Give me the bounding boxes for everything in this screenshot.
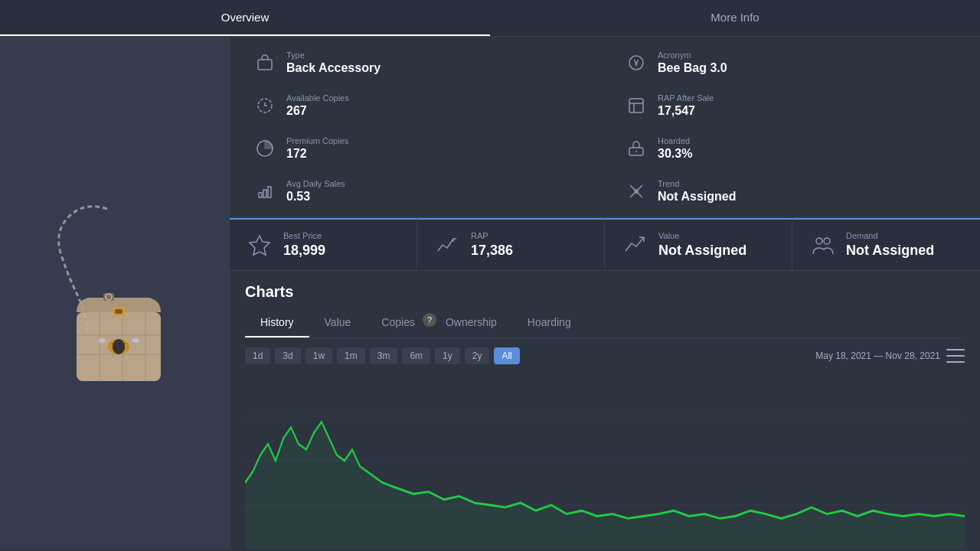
- filter-all[interactable]: All: [494, 347, 519, 364]
- svg-rect-7: [115, 309, 122, 314]
- trend-info: Trend Not Assigned: [624, 173, 965, 210]
- item-image-panel: [0, 37, 230, 549]
- value-text: Value Not Assigned: [658, 231, 746, 259]
- tab-more-info[interactable]: More Info: [490, 0, 980, 36]
- filter-1m[interactable]: 1m: [337, 347, 365, 364]
- chart-tab-value[interactable]: Value: [309, 308, 367, 337]
- filter-3d[interactable]: 3d: [275, 347, 300, 364]
- rap-label: RAP: [471, 231, 513, 240]
- date-range: May 18, 2021 — Nov 28, 2021: [815, 349, 965, 363]
- available-copies-label: Available Copies: [286, 93, 349, 103]
- svg-rect-14: [113, 343, 125, 345]
- rap-after-sale-icon: [624, 93, 648, 118]
- tab-overview[interactable]: Overview: [0, 0, 490, 36]
- svg-rect-27: [263, 190, 266, 197]
- value-icon: [620, 230, 649, 259]
- available-copies-icon: [253, 93, 277, 118]
- right-panel: Type Back Accessory Acronym Bee Bag 3.0: [230, 37, 980, 549]
- avg-daily-sales-icon: [253, 179, 277, 204]
- available-copies-info: Available Copies 267: [253, 87, 593, 124]
- svg-rect-28: [268, 187, 271, 197]
- trend-label: Trend: [658, 179, 737, 188]
- value-value: Not Assigned: [658, 243, 746, 259]
- filter-1y[interactable]: 1y: [435, 347, 460, 364]
- svg-point-13: [132, 338, 139, 343]
- charts-title: Charts: [245, 283, 965, 301]
- svg-point-9: [113, 339, 125, 354]
- chart-tab-copies[interactable]: Copies ?: [366, 308, 430, 337]
- premium-copies-text: Premium Copies 172: [286, 136, 348, 161]
- acronym-info: Acronym Bee Bag 3.0: [624, 44, 965, 81]
- available-copies-text: Available Copies 267: [286, 93, 349, 118]
- item-image: [38, 194, 191, 393]
- svg-rect-18: [258, 60, 272, 70]
- top-tabs-bar: Overview More Info: [0, 0, 980, 37]
- type-text: Type Back Accessory: [286, 51, 381, 75]
- avg-daily-sales-text: Avg Daily Sales 0.53: [286, 179, 345, 204]
- svg-marker-32: [250, 236, 270, 255]
- svg-marker-42: [245, 422, 965, 549]
- chart-tabs: History Value Copies ? Ownership Hoardin…: [245, 308, 965, 338]
- filter-6m[interactable]: 6m: [402, 347, 430, 364]
- type-label: Type: [286, 51, 381, 60]
- hoarded-value: 30.3%: [658, 147, 692, 161]
- premium-copies-icon: [253, 136, 277, 161]
- chart-area: [245, 372, 965, 549]
- hoarded-label: Hoarded: [658, 136, 692, 145]
- history-chart: [245, 372, 965, 549]
- acronym-value: Bee Bag 3.0: [658, 61, 727, 75]
- svg-rect-21: [629, 99, 643, 112]
- best-price-label: Best Price: [283, 231, 325, 240]
- type-icon: [253, 51, 277, 75]
- rap-icon: [433, 230, 462, 259]
- filter-3m[interactable]: 3m: [370, 347, 398, 364]
- type-value: Back Accessory: [286, 61, 381, 75]
- svg-rect-26: [259, 193, 262, 197]
- charts-section: Charts History Value Copies ? Ownership …: [230, 271, 980, 549]
- acronym-icon: [624, 51, 648, 75]
- time-filters: 1d 3d 1w 1m 3m 6m 1y 2y All May 18, 2021…: [245, 347, 965, 364]
- date-range-text: May 18, 2021 — Nov 28, 2021: [815, 350, 940, 361]
- svg-point-19: [629, 56, 643, 70]
- rap-after-sale-info: RAP After Sale 17,547: [624, 87, 965, 124]
- avg-daily-sales-value: 0.53: [286, 190, 345, 204]
- chart-menu-icon[interactable]: [946, 349, 965, 363]
- rap-value: 17,386: [471, 243, 513, 259]
- available-copies-value: 267: [286, 104, 349, 118]
- rap-after-sale-text: RAP After Sale 17,547: [658, 93, 714, 118]
- type-info: Type Back Accessory: [253, 44, 593, 81]
- rap-after-sale-label: RAP After Sale: [658, 93, 714, 103]
- premium-copies-info: Premium Copies 172: [253, 130, 593, 167]
- overview-section: Type Back Accessory Acronym Bee Bag 3.0: [230, 37, 980, 218]
- hoarded-text: Hoarded 30.3%: [658, 136, 692, 161]
- hoarded-icon: [624, 136, 648, 161]
- best-price-icon: [245, 230, 274, 259]
- svg-rect-15: [113, 347, 125, 350]
- main-content: Type Back Accessory Acronym Bee Bag 3.0: [0, 37, 980, 549]
- best-price-card: Best Price 18,999: [230, 218, 417, 270]
- trend-text: Trend Not Assigned: [658, 179, 737, 204]
- svg-point-31: [635, 190, 638, 193]
- svg-point-12: [98, 338, 106, 343]
- demand-card: Demand Not Assigned: [792, 218, 980, 270]
- filter-2y[interactable]: 2y: [465, 347, 490, 364]
- rap-card: RAP 17,386: [417, 218, 605, 270]
- premium-copies-value: 172: [286, 147, 348, 161]
- filter-1w[interactable]: 1w: [305, 347, 332, 364]
- value-card: Value Not Assigned: [605, 218, 792, 270]
- acronym-text: Acronym Bee Bag 3.0: [658, 51, 727, 75]
- demand-icon: [808, 230, 837, 259]
- acronym-label: Acronym: [658, 51, 727, 60]
- demand-text: Demand Not Assigned: [846, 231, 934, 259]
- best-price-value: 18,999: [283, 243, 325, 259]
- avg-daily-sales-info: Avg Daily Sales 0.53: [253, 173, 593, 210]
- svg-point-37: [816, 238, 822, 244]
- filter-1d[interactable]: 1d: [245, 347, 270, 364]
- rap-text: RAP 17,386: [471, 231, 513, 259]
- chart-tab-hoarding[interactable]: Hoarding: [512, 308, 586, 337]
- value-label: Value: [658, 231, 746, 240]
- chart-tab-history[interactable]: History: [245, 308, 309, 337]
- premium-copies-label: Premium Copies: [286, 136, 348, 145]
- trend-value: Not Assigned: [658, 190, 737, 204]
- chart-tab-ownership[interactable]: Ownership: [430, 308, 512, 337]
